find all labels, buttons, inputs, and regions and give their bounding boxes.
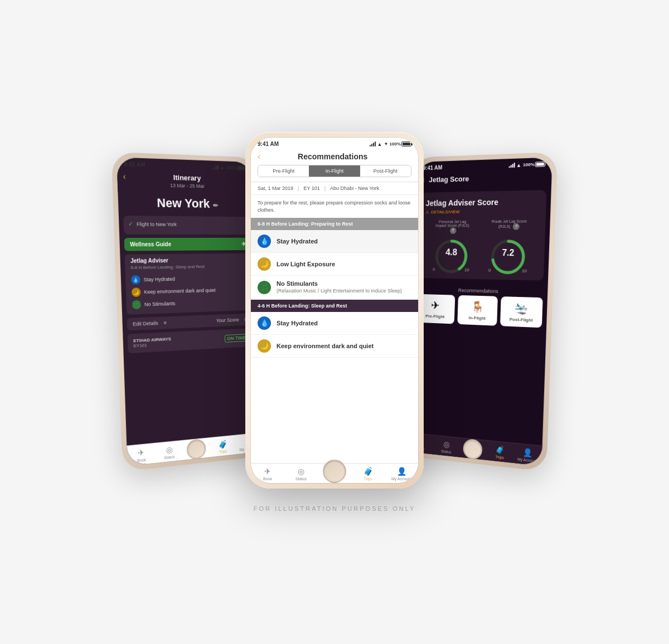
jetlag-rec-cards: ✈ Pre-Flight 🪑 In-Flight 🛬 Post-Flight [411,294,547,332]
center-time: 9:41 AM [258,141,279,147]
left-status-icons: ▲ 100% [212,164,246,171]
rec-flight-info: Sat, 1 Mar 2019 | EY 101 | Abu Dhabi - N… [251,182,418,195]
nav-account-center[interactable]: 👤My Account [385,467,418,481]
left-time: 9:41 AM [124,161,146,168]
in-flight-rec-label: In-Flight [469,315,486,321]
itinerary-header: ‹ Itinerary 13 Mar - 25 Mar [117,169,253,194]
left-phone: 9:41 AM ▲ 100% [112,152,266,472]
rjls-gauge: 7.2 0 10 [488,237,528,274]
tab-post-flight[interactable]: Post-Flight [360,165,411,177]
rec-hydrated-1-text: Stay Hydrated [277,238,411,245]
wellness-guide-bar[interactable]: Wellness Guide ✈ [124,238,251,251]
rec-item-no-stim: 🎵 No Stimulants (Relaxation Music / Ligh… [251,276,418,300]
rjls-question[interactable]: ? [513,223,520,230]
itin-back-arrow[interactable]: ‹ [123,172,125,181]
jetlag-title: Jetlag Score [429,174,469,184]
center-battery-pct: 100% [390,142,401,147]
rec-item-dark-quiet: 🌙 Keep environment dark and quiet [251,335,418,358]
itin-edit-icon[interactable]: ✏ [213,202,219,209]
rec-hydrated-2-icon: 💧 [258,316,271,330]
warning-icon: ⚠ [425,209,429,214]
tab-in-flight[interactable]: In-Flight [309,165,360,177]
hydrated-icon: 💧 [131,275,140,285]
tab-pre-flight[interactable]: Pre-Flight [258,165,309,177]
right-battery-pct: 100% [523,162,535,168]
rec-scroll-area[interactable]: 6-8 H Before Landing: Preparing to Rest … [251,218,418,463]
jetlag-rec-in[interactable]: 🪑 In-Flight [457,295,498,326]
nav-trips-right[interactable]: 🧳Trips [486,444,514,461]
recommendations-screen: 9:41 AM ▲ ✦ 100% [251,138,418,483]
post-flight-rec-icon: 🛬 [515,301,529,315]
rec-item-hydrated-2: 💧 Stay Hydrated [251,312,418,335]
rec-hydrated-1-icon: 💧 [258,235,271,248]
jetlag-section: Jetlag Adviser 6-8 H Before Landing: Sle… [125,253,253,315]
flight-to-label: Flight to New York [137,221,177,227]
pjls-question[interactable]: ? [449,227,456,234]
check-icon: ✓ [128,220,134,227]
your-score-btn[interactable]: Your Score [216,317,239,323]
rec-low-light-icon: 🌙 [258,257,271,271]
rec-item-hydrated-1: 💧 Stay Hydrated [251,230,418,253]
center-battery-box [401,142,411,147]
nav-book-left[interactable]: ✈Book [127,447,156,464]
nav-account-right[interactable]: 👤My Account [513,447,542,464]
hydrated-label: Stay Hydrated [143,276,175,282]
phones-container: 9:41 AM ▲ 100% [28,132,641,489]
dark-icon: 🌙 [132,287,141,297]
rec-low-light-text: Low Light Exposure [277,261,411,267]
rec-flight-num: EY 101 [303,186,319,191]
pre-flight-rec-label: Pre-Flight [425,314,445,319]
itinerary-screen: 9:41 AM ▲ 100% [117,157,261,466]
nav-book-center[interactable]: ✈Book [251,467,284,481]
rec-header: ‹ Recommendations Pre-Flight In-Flight P… [251,149,418,182]
nav-status-left[interactable]: ◎Status [155,444,183,461]
jetlag-rec-post[interactable]: 🛬 Post-Flight [500,296,542,328]
pjls-gauge: 4.8 0 10 [433,237,470,272]
rec-back-arrow[interactable]: ‹ [258,152,260,162]
rec-title: Recommendations [265,152,400,161]
stimulants-label: No Stimulants [144,301,176,308]
nav-status-center[interactable]: ◎Status [284,467,318,481]
in-flight-rec-icon: 🪑 [471,300,484,314]
score-gauges: 4.8 0 10 [424,237,539,274]
rec-tabs: Pre-Flight In-Flight Post-Flight [258,165,411,177]
center-status-bar: 9:41 AM ▲ ✦ 100% [251,138,418,149]
center-home-button[interactable] [323,460,346,483]
right-phone-wrapper: 9:41 AM ▲ 100% [424,154,574,466]
nav-status-right[interactable]: ◎Status [433,438,460,455]
rec-dark-quiet-icon: 🌙 [258,339,271,353]
rec-no-stim-sub: (Relaxation Music / Light Entertainment … [277,288,411,295]
edit-list-icon: ≡ [163,320,167,325]
right-signal [508,163,515,168]
rec-item-low-light: 🌙 Low Light Exposure [251,253,418,276]
rec-hydrated-2-text: Stay Hydrated [277,320,411,326]
disclaimer: FOR ILLUSTRATION PURPOSES ONLY [254,505,416,512]
right-time: 9:41 AM [423,164,442,171]
right-status-icons: ▲ 100% [508,161,545,168]
jetlag-section-title: Jetlag Adviser [130,257,246,264]
center-wifi-icon: ▲ [377,142,382,147]
flight-status-bar: ETIHAD AIRWAYS EY101 ON TIME [128,328,254,353]
itin-edit-bar: Edit Details ≡ Your Score ⊙ [127,313,254,330]
nav-trips-left[interactable]: 🧳Trips [210,438,236,455]
score-labels: Personal Jet Lag Impact Score (PJLS) ? R… [425,219,539,234]
rjls-label: Route Jet Lag Score (RJLS) ? [489,219,529,233]
nav-trips-center[interactable]: 🧳Trips [351,467,385,481]
rec-low-light-title: Low Light Exposure [277,261,411,267]
edit-details-label[interactable]: Edit Details [133,320,158,327]
center-status-icons: ▲ ✦ 100% [370,142,411,147]
rec-hydrated-1-title: Stay Hydrated [277,238,411,245]
pre-flight-rec-icon: ✈ [431,299,440,312]
jetlag-warning: ⚠ DETAILS/VIEW [425,208,539,214]
center-phone-screen: 9:41 AM ▲ ✦ 100% [250,137,419,484]
pjls-label: Personal Jet Lag Impact Score (PJLS) ? [434,219,471,234]
rec-section-2-header: 4-6 H Before Landing: Sleep and Rest [251,300,418,312]
pjls-range: 0 10 [433,267,469,272]
right-wifi-icon: ▲ [516,162,521,168]
rec-route: Abu Dhabi - New York [330,186,379,191]
center-phone: 9:41 AM ▲ ✦ 100% [245,132,424,489]
rec-header-top: ‹ Recommendations [258,152,411,165]
stimulants-icon: 🎵 [132,300,142,310]
bluetooth-icon: ✦ [384,142,388,147]
right-battery: 100% [523,162,545,167]
